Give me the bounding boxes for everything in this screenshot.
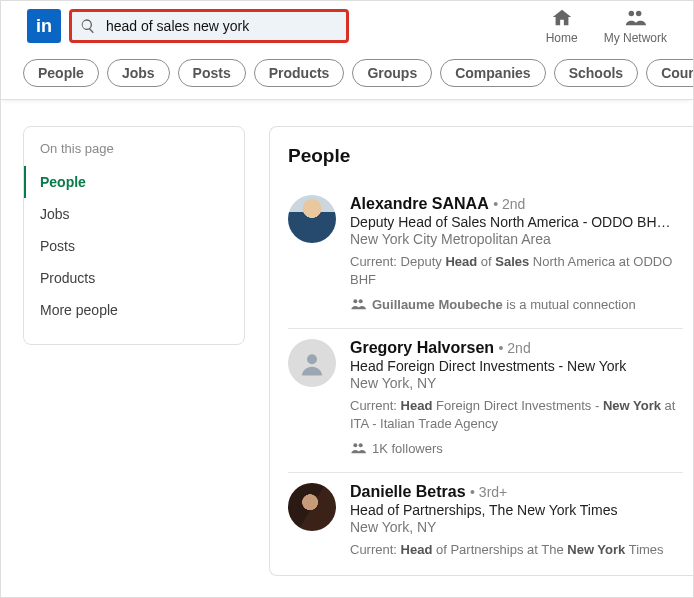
degree: 2nd — [507, 340, 530, 356]
results-heading: People — [288, 145, 683, 167]
filter-products[interactable]: Products — [254, 59, 345, 87]
result-info: Danielle Betras • 3rd+ Head of Partnersh… — [350, 483, 683, 559]
filter-more[interactable]: Cour — [646, 59, 693, 87]
svg-point-1 — [636, 11, 642, 17]
location: New York, NY — [350, 519, 683, 535]
name-line[interactable]: Danielle Betras • 3rd+ — [350, 483, 683, 501]
top-bar: in Home My Network — [1, 1, 693, 53]
filter-people[interactable]: People — [23, 59, 99, 87]
followers: 1K followers — [350, 440, 683, 456]
sidebar-item-more[interactable]: More people — [24, 294, 244, 326]
people-icon — [350, 296, 366, 312]
result-row[interactable]: Danielle Betras • 3rd+ Head of Partnersh… — [288, 473, 683, 575]
search-icon — [80, 18, 96, 34]
person-name: Alexandre SANAA — [350, 195, 489, 212]
svg-point-2 — [353, 299, 357, 303]
result-info: Gregory Halvorsen • 2nd Head Foreign Dir… — [350, 339, 683, 456]
location: New York City Metropolitan Area — [350, 231, 683, 247]
result-row[interactable]: Alexandre SANAA • 2nd Deputy Head of Sal… — [288, 185, 683, 329]
filter-companies[interactable]: Companies — [440, 59, 545, 87]
result-info: Alexandre SANAA • 2nd Deputy Head of Sal… — [350, 195, 683, 312]
search-box[interactable] — [69, 9, 349, 43]
svg-point-4 — [307, 354, 317, 364]
nav-home[interactable]: Home — [546, 7, 578, 45]
sidebar-item-posts[interactable]: Posts — [24, 230, 244, 262]
home-icon — [551, 7, 573, 29]
linkedin-logo[interactable]: in — [27, 9, 61, 43]
nav-home-label: Home — [546, 31, 578, 45]
filter-row: People Jobs Posts Products Groups Compan… — [1, 53, 693, 100]
current-position: Current: Head Foreign Direct Investments… — [350, 397, 683, 432]
mutual-connection: Guillaume Moubeche is a mutual connectio… — [350, 296, 683, 312]
person-name: Gregory Halvorsen — [350, 339, 494, 356]
content-area: On this page People Jobs Posts Products … — [1, 100, 693, 576]
results-panel: People Alexandre SANAA • 2nd Deputy Head… — [269, 126, 693, 576]
degree: 3rd+ — [479, 484, 507, 500]
headline: Deputy Head of Sales North America - ODD… — [350, 214, 683, 230]
current-position: Current: Head of Partnerships at The New… — [350, 541, 683, 559]
person-name: Danielle Betras — [350, 483, 466, 500]
svg-point-3 — [359, 299, 363, 303]
current-position: Current: Deputy Head of Sales North Amer… — [350, 253, 683, 288]
degree: 2nd — [502, 196, 525, 212]
avatar[interactable] — [288, 339, 336, 387]
nav-network-label: My Network — [604, 31, 667, 45]
headline: Head of Partnerships, The New York Times — [350, 502, 683, 518]
location: New York, NY — [350, 375, 683, 391]
filter-schools[interactable]: Schools — [554, 59, 638, 87]
sidebar-title: On this page — [24, 141, 244, 166]
sidebar-item-people[interactable]: People — [24, 166, 244, 198]
name-line[interactable]: Gregory Halvorsen • 2nd — [350, 339, 683, 357]
result-row[interactable]: Gregory Halvorsen • 2nd Head Foreign Dir… — [288, 329, 683, 473]
person-icon — [297, 348, 327, 378]
filter-groups[interactable]: Groups — [352, 59, 432, 87]
sidebar-item-jobs[interactable]: Jobs — [24, 198, 244, 230]
name-line[interactable]: Alexandre SANAA • 2nd — [350, 195, 683, 213]
avatar[interactable] — [288, 195, 336, 243]
avatar[interactable] — [288, 483, 336, 531]
sidebar-item-products[interactable]: Products — [24, 262, 244, 294]
svg-point-5 — [353, 444, 357, 448]
top-nav: Home My Network — [546, 7, 667, 45]
svg-point-6 — [359, 444, 363, 448]
filter-posts[interactable]: Posts — [178, 59, 246, 87]
search-input[interactable] — [106, 18, 338, 34]
headline: Head Foreign Direct Investments - New Yo… — [350, 358, 683, 374]
sidebar: On this page People Jobs Posts Products … — [23, 126, 245, 345]
nav-network[interactable]: My Network — [604, 7, 667, 45]
svg-point-0 — [629, 11, 635, 17]
filter-jobs[interactable]: Jobs — [107, 59, 170, 87]
network-icon — [624, 7, 646, 29]
people-icon — [350, 440, 366, 456]
